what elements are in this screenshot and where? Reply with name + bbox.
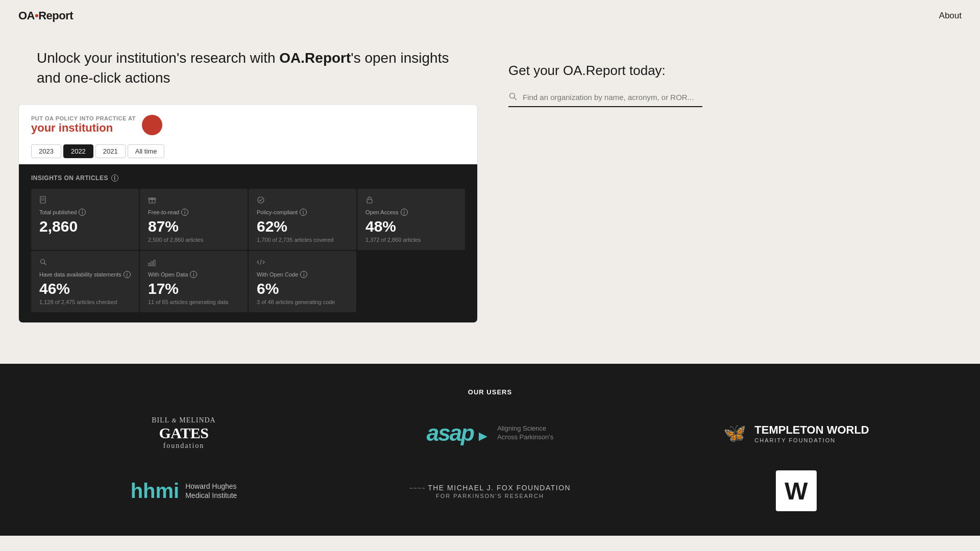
red-dot-decoration (142, 115, 162, 135)
gates-foundation-logo: BILL & MELINDA GATES foundation (152, 416, 215, 450)
asap-logo: asap ► Aligning Science Across Parkinson… (427, 420, 554, 446)
tab-2023[interactable]: 2023 (31, 144, 61, 158)
hero-title: Unlock your institution's research with … (37, 48, 459, 88)
fox-foundation-logo: ~~~~ THE MICHAEL J. FOX FOUNDATION FOR P… (409, 483, 571, 499)
navigation: OA•Report About (0, 0, 980, 32)
hhmi-logo: hhmi Howard Hughes Medical Institute (131, 480, 237, 503)
svg-rect-7 (367, 199, 372, 203)
logos-top-row: BILL & MELINDA GATES foundation asap ► A… (41, 416, 939, 450)
svg-line-15 (514, 97, 517, 100)
year-tabs: 2023 2022 2021 All time (19, 140, 477, 164)
stat-value-policy: 62% (257, 218, 348, 235)
dark-stats-section: INSIGHTS ON ARTICLES i Total published i… (19, 164, 477, 322)
stat-label-policy: Policy-compliant i (257, 209, 348, 216)
stat-sub-free: 2,500 of 2,860 articles (148, 237, 239, 243)
dashboard-card: PUT OA POLICY INTO PRACTICE AT your inst… (18, 104, 478, 323)
search-icon (508, 92, 518, 103)
institution-name: your institution (31, 121, 136, 135)
wellcome-logo: W (776, 470, 817, 511)
stat-free-to-read: Free-to-read i 87% 2,500 of 2,860 articl… (140, 189, 248, 250)
stat-sub-data: 1,128 of 2,475 articles checked (39, 299, 131, 305)
insights-label: INSIGHTS ON ARTICLES i (31, 174, 465, 182)
stat-total-published: Total published i 2,860 (31, 189, 139, 250)
svg-point-6 (258, 197, 264, 203)
stat-sub-oa: 1,372 of 2,860 articles (365, 237, 457, 243)
stat-open-data: With Open Data i 17% 11 of 65 articles g… (140, 251, 248, 312)
stat-sub-opencode: 3 of 48 articles generating code (257, 299, 348, 305)
stat-value-free: 87% (148, 218, 239, 235)
logos-bottom-row: hhmi Howard Hughes Medical Institute ~~~… (41, 470, 939, 511)
stats-bottom-grid: Have data availability statements i 46% … (31, 251, 465, 312)
stat-info-icon-6[interactable]: i (190, 271, 197, 278)
stat-value-total: 2,860 (39, 218, 131, 235)
hero-brand: OA.Report (279, 50, 351, 66)
stat-label-opendata: With Open Data i (148, 271, 239, 278)
svg-point-14 (510, 93, 515, 98)
logo-dot: • (35, 9, 38, 22)
stat-data-availability: Have data availability statements i 46% … (31, 251, 139, 312)
stat-info-icon-4[interactable]: i (401, 209, 408, 216)
stat-doc-icon (39, 196, 131, 206)
dashboard-header-text: PUT OA POLICY INTO PRACTICE AT your inst… (31, 115, 136, 135)
stat-check-icon (257, 196, 348, 206)
stat-sub-policy: 1,700 of 2,735 articles covered (257, 237, 348, 243)
tab-alltime[interactable]: All time (128, 144, 165, 158)
stat-label-opencode: With Open Code i (257, 271, 348, 278)
oa-policy-label: PUT OA POLICY INTO PRACTICE AT (31, 115, 136, 121)
stat-search-icon (39, 258, 131, 268)
stats-top-grid: Total published i 2,860 Free-to-read i (31, 189, 465, 250)
stat-label-oa: Open Access i (365, 209, 457, 216)
insights-info-icon[interactable]: i (111, 174, 118, 182)
stat-sub-opendata: 11 of 65 articles generating data (148, 299, 239, 305)
svg-rect-11 (151, 262, 153, 266)
stat-code-icon (257, 258, 348, 268)
our-users-label: OUR USERS (41, 388, 939, 396)
dashboard-header: PUT OA POLICY INTO PRACTICE AT your inst… (19, 105, 477, 140)
footer: OUR USERS BILL & MELINDA GATES foundatio… (0, 364, 980, 536)
about-link[interactable]: About (939, 11, 962, 21)
stat-open-code: With Open Code i 6% 3 of 48 articles gen… (249, 251, 356, 312)
stat-policy-compliant: Policy-compliant i 62% 1,700 of 2,735 ar… (249, 189, 356, 250)
svg-rect-12 (154, 260, 155, 266)
get-report-title: Get your OA.Report today: (508, 62, 713, 80)
logo[interactable]: OA•Report (18, 9, 73, 22)
butterfly-icon: 🦋 (723, 422, 746, 444)
templeton-logo: 🦋 TEMPLETON WORLD CHARITY FOUNDATION (723, 422, 869, 444)
stat-lock-icon (365, 196, 457, 206)
stat-info-icon-2[interactable]: i (181, 209, 188, 216)
hero-section: Unlock your institution's research with … (18, 32, 478, 88)
stat-info-icon-3[interactable]: i (300, 209, 307, 216)
svg-line-13 (260, 260, 261, 265)
stat-info-icon-7[interactable]: i (300, 271, 307, 278)
main-content: Unlock your institution's research with … (0, 32, 980, 323)
svg-rect-10 (149, 263, 150, 266)
stat-open-access: Open Access i 48% 1,372 of 2,860 article… (357, 189, 465, 250)
left-panel: Unlock your institution's research with … (18, 32, 478, 323)
stat-info-icon[interactable]: i (79, 209, 86, 216)
tab-2021[interactable]: 2021 (95, 144, 126, 158)
tab-2022[interactable]: 2022 (63, 144, 93, 158)
stat-value-opendata: 17% (148, 280, 239, 297)
svg-line-9 (44, 263, 46, 265)
stat-gift-icon (148, 196, 239, 206)
right-panel: Get your OA.Report today: (508, 32, 713, 323)
search-box[interactable] (508, 92, 702, 107)
stat-value-oa: 48% (365, 218, 457, 235)
stat-label-data: Have data availability statements i (39, 271, 131, 278)
stat-label-total: Total published i (39, 209, 131, 216)
stat-info-icon-5[interactable]: i (124, 271, 131, 278)
org-search-input[interactable] (523, 93, 702, 102)
stat-bar-icon (148, 258, 239, 268)
svg-point-8 (41, 260, 45, 264)
hero-prefix: Unlock your institution's research with (37, 50, 279, 66)
stat-label-free: Free-to-read i (148, 209, 239, 216)
stat-value-opencode: 6% (257, 280, 348, 297)
stat-value-data: 46% (39, 280, 131, 297)
